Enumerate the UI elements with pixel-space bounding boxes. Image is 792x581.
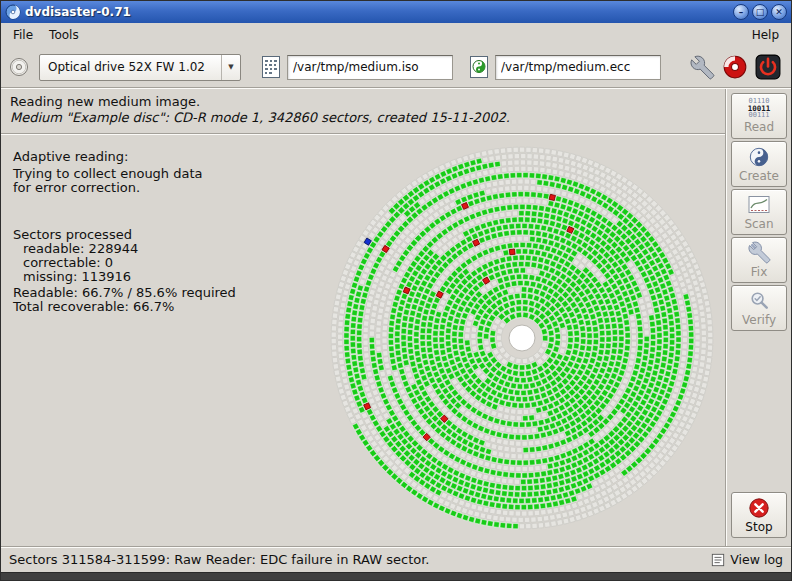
titlebar[interactable]: dvdisaster-0.71 – □ ✕ — [1, 1, 791, 23]
status-message: Sectors 311584-311599: Raw Reader: EDC f… — [9, 552, 429, 567]
close-icon: ✕ — [775, 8, 783, 17]
preferences-button[interactable] — [687, 52, 717, 82]
log-icon — [711, 553, 725, 567]
minimize-button[interactable]: – — [733, 4, 749, 20]
minimize-icon: – — [739, 8, 744, 17]
create-button[interactable]: Create — [731, 141, 787, 187]
stat-correctable: correctable: 0 — [13, 256, 236, 270]
stop-button-label: Stop — [745, 520, 772, 534]
stat-readable: readable: 228944 — [13, 242, 236, 256]
app-window: dvdisaster-0.71 – □ ✕ File Tools Help Op… — [0, 0, 792, 581]
drive-select[interactable]: Optical drive 52X FW 1.02 ▼ — [39, 54, 241, 81]
scan-chart-icon — [747, 194, 771, 216]
dvdisaster-disc-button[interactable] — [720, 52, 750, 82]
scan-button[interactable]: Scan — [731, 189, 787, 235]
ecc-file-icon — [467, 55, 491, 79]
operation-status-header: Reading new medium image. Medium "Exampl… — [1, 89, 725, 133]
create-button-label: Create — [739, 169, 779, 183]
read-button-label: Read — [744, 120, 774, 134]
drive-select-value: Optical drive 52X FW 1.02 — [48, 60, 205, 74]
statusbar: Sectors 311584-311599: Raw Reader: EDC f… — [1, 546, 791, 572]
red-disc-icon — [722, 54, 748, 80]
fix-button[interactable]: Fix — [731, 237, 787, 283]
toolbar: Optical drive 52X FW 1.02 ▼ — [1, 47, 791, 87]
app-icon — [5, 4, 21, 20]
total-recoverable-summary: Total recoverable: 66.7% — [13, 300, 236, 314]
verify-button[interactable]: Verify — [731, 285, 787, 331]
close-button[interactable]: ✕ — [771, 4, 787, 20]
adaptive-reading-heading: Adaptive reading: — [13, 150, 236, 164]
reading-info-panel: Adaptive reading: Trying to collect enou… — [13, 150, 236, 314]
adaptive-desc-line2: for error correction. — [13, 181, 236, 195]
optical-drive-icon — [9, 57, 29, 77]
readable-summary: Readable: 66.7% / 85.6% required — [13, 286, 236, 300]
magnifier-icon — [748, 289, 771, 312]
menu-file[interactable]: File — [5, 25, 41, 45]
power-icon — [755, 54, 781, 80]
verify-button-label: Verify — [742, 313, 776, 327]
sector-spiral-visualization — [325, 141, 719, 535]
yin-yang-icon — [748, 146, 770, 168]
operation-title: Reading new medium image. — [10, 94, 716, 110]
stat-missing: missing: 113916 — [13, 270, 236, 284]
maximize-icon: □ — [756, 8, 765, 17]
window-title: dvdisaster-0.71 — [25, 5, 729, 19]
image-file-icon — [259, 55, 283, 79]
stop-icon — [748, 497, 770, 519]
scan-button-label: Scan — [744, 217, 773, 231]
binary-read-icon: 01110 10011 00111 — [748, 98, 771, 119]
maximize-button[interactable]: □ — [752, 4, 768, 20]
view-log-button[interactable]: View log — [711, 552, 783, 567]
medium-info-line: Medium "Example disc": CD-R mode 1, 3428… — [10, 110, 716, 126]
window-bottom-edge — [1, 572, 791, 580]
adaptive-desc-line1: Trying to collect enough data — [13, 167, 236, 181]
wrench-icon — [690, 55, 715, 80]
chevron-down-icon: ▼ — [221, 55, 240, 80]
stop-button[interactable]: Stop — [731, 492, 787, 538]
menubar: File Tools Help — [1, 23, 791, 47]
view-log-label: View log — [730, 552, 783, 567]
sectors-processed-heading: Sectors processed — [13, 228, 236, 242]
read-button[interactable]: 01110 10011 00111 Read — [731, 93, 787, 139]
fix-button-label: Fix — [751, 265, 767, 279]
quit-button[interactable] — [753, 52, 783, 82]
iso-path-input[interactable] — [287, 55, 453, 80]
menu-help[interactable]: Help — [744, 25, 787, 45]
menu-tools[interactable]: Tools — [41, 25, 87, 45]
action-sidebar: 01110 10011 00111 Read Create — [727, 89, 791, 546]
main-area: Adaptive reading: Trying to collect enou… — [1, 135, 725, 546]
ecc-path-input[interactable] — [495, 55, 661, 80]
tools-icon — [748, 241, 771, 264]
